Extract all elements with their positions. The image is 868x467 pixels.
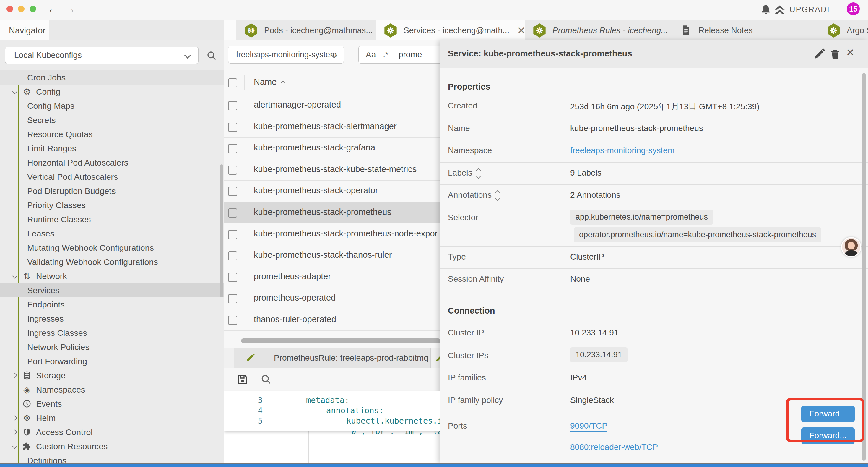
sidebar-item-services[interactable]: Services [0,283,224,297]
row-checkbox[interactable] [228,187,237,196]
navigator-panel-tab[interactable]: Navigator [0,20,49,40]
table-row-prometheus-adapter[interactable]: prometheus-adapter [224,266,440,288]
row-checkbox[interactable] [228,166,237,175]
chevron-right-icon[interactable] [12,415,18,420]
row-checkbox[interactable] [228,294,237,303]
column-header-name[interactable]: Name [254,77,285,87]
close-traffic-light[interactable] [6,6,13,12]
minimize-traffic-light[interactable] [18,6,25,12]
row-checkbox[interactable] [228,123,237,132]
sidebar-item-namespaces[interactable]: ◈Namespaces [0,382,224,397]
sidebar-item-ingress-classes[interactable]: Ingress Classes [0,326,224,340]
chevron-right-icon[interactable] [12,430,18,435]
select-all-checkbox[interactable] [228,78,237,87]
table-row-kube-prometheus-stack-thanos-ruler[interactable]: kube-prometheus-stack-thanos-ruler [224,245,440,266]
back-arrow-icon[interactable]: ← [47,3,59,16]
table-row-kube-prometheus-stack-prometheus-node-expor[interactable]: kube-prometheus-stack-prometheus-node-ex… [224,224,440,245]
port-link-9090[interactable]: 9090/TCP [570,421,608,432]
sidebar-item-secrets[interactable]: Secrets [0,113,224,127]
chevron-down-icon[interactable] [12,89,18,94]
sidebar-item-horizontal-pod-autoscalers[interactable]: Horizontal Pod Autoscalers [0,155,224,170]
sidebar-item-resource-quotas[interactable]: Resource Quotas [0,127,224,141]
sidebar-item-limit-ranges[interactable]: Limit Ranges [0,141,224,155]
layers-icon: ◈ [22,384,32,395]
editor-search-icon[interactable] [260,374,272,385]
chevron-down-icon[interactable] [12,274,18,279]
yaml-editor[interactable]: 0","for": "1m", "labels":{ "service": 12… [224,391,440,464]
list-search-input[interactable]: Aa .* prome [359,46,440,63]
sidebar-item-pod-disruption-budgets[interactable]: Pod Disruption Budgets [0,184,224,198]
sidebar-item-storage[interactable]: Storage [0,368,224,382]
sidebar-item-mutating-webhook-configurations[interactable]: Mutating Webhook Configurations [0,241,224,255]
expand-collapse-icon[interactable] [476,169,480,178]
sidebar-scrollbar[interactable] [220,164,223,297]
forward-arrow-icon[interactable]: → [64,3,75,16]
row-checkbox[interactable] [228,208,237,217]
tab-prometheus-rules[interactable]: ☸ Prometheus Rules - icecheng... [525,20,671,40]
table-row-kube-prometheus-stack-alertmanager[interactable]: kube-prometheus-stack-alertmanager [224,116,440,138]
sidebar-item-helm[interactable]: ☸Helm [0,411,224,425]
row-checkbox[interactable] [228,273,237,282]
expand-collapse-icon[interactable] [496,191,500,200]
chevron-right-icon[interactable] [12,373,18,378]
table-row-kube-prometheus-stack-kube-state-metrics[interactable]: kube-prometheus-stack-kube-state-metrics [224,159,440,181]
match-case-toggle[interactable]: Aa [366,50,376,59]
maximize-traffic-light[interactable] [30,6,36,12]
sidebar-item-runtime-classes[interactable]: Runtime Classes [0,212,224,226]
labels-label[interactable]: Labels [448,168,480,178]
upgrade-icon[interactable] [774,5,785,16]
sidebar-item-validating-webhook-configurations[interactable]: Validating Webhook Configurations [0,255,224,269]
horizontal-scrollbar[interactable] [241,339,440,343]
save-icon[interactable] [237,374,248,385]
chevron-down-icon[interactable] [12,444,18,449]
sidebar-item-events[interactable]: Events [0,397,224,411]
tab-services[interactable]: ☸ Services - icecheng@math... ✕ [376,20,525,40]
table-row-kube-prometheus-stack-prometheus[interactable]: kube-prometheus-stack-prometheus [224,202,440,224]
kubeconfig-select[interactable]: Local Kubeconfigs [5,47,198,64]
regex-toggle[interactable]: .* [383,50,389,59]
dock-tab-prometheusrule[interactable]: PrometheusRule: freeleaps-prod-rabbitmq [234,348,431,368]
table-row-prometheus-operated[interactable]: prometheus-operated [224,288,440,309]
sidebar-item-priority-classes[interactable]: Priority Classes [0,198,224,212]
drawer-close-icon[interactable]: × [846,46,854,59]
table-row-thanos-ruler-operated[interactable]: thanos-ruler-operated [224,309,440,331]
sidebar-item-endpoints[interactable]: Endpoints [0,297,224,312]
notifications-bell-icon[interactable] [760,4,772,16]
row-checkbox[interactable] [228,101,237,110]
tab-pods[interactable]: ☸ Pods - icecheng@mathmas... [236,20,376,40]
port-link-8080[interactable]: 8080:reloader-web/TCP [570,442,658,453]
sidebar-item-config[interactable]: ⚙Config [0,85,224,99]
namespace-select[interactable]: freeleaps-monitoring-system [228,46,344,63]
sidebar-search-icon[interactable] [206,50,217,61]
table-row-kube-prometheus-stack-operator[interactable]: kube-prometheus-stack-operator [224,180,440,202]
row-checkbox[interactable] [228,144,237,153]
sidebar-item-leases[interactable]: Leases [0,226,224,241]
sidebar-item-custom-resources[interactable]: Custom Resources [0,439,224,454]
user-avatar[interactable] [841,237,861,257]
table-row-alertmanager-operated[interactable]: alertmanager-operated [224,95,440,116]
notification-count-badge[interactable]: 15 [847,2,860,16]
namespace-link[interactable]: freeleaps-monitoring-system [570,146,675,156]
sidebar-item-config-maps[interactable]: Config Maps [0,99,224,113]
row-checkbox[interactable] [228,230,237,239]
labels-count: 9 Labels [570,168,601,178]
tab-release-notes[interactable]: Release Notes [671,20,819,40]
tab-argo[interactable]: ☸ Argo Se [819,20,868,40]
upgrade-button[interactable]: UPGRADE [789,5,833,14]
sidebar-item-ingresses[interactable]: Ingresses [0,312,224,326]
delete-trash-icon[interactable] [829,48,841,60]
tab-close-icon[interactable]: ✕ [517,25,525,35]
row-checkbox[interactable] [228,251,237,260]
sidebar-item-port-forwarding[interactable]: Port Forwarding [0,354,224,368]
sidebar-item-access-control[interactable]: Access Control [0,425,224,439]
row-checkbox[interactable] [228,316,237,325]
sidebar-item-network-policies[interactable]: Network Policies [0,340,224,354]
table-row-kube-prometheus-stack-grafana[interactable]: kube-prometheus-stack-grafana [224,138,440,159]
edit-pencil-icon[interactable] [813,48,825,60]
sidebar-item-definitions[interactable]: Definitions [0,454,224,464]
sidebar-item-vertical-pod-autoscalers[interactable]: Vertical Pod Autoscalers [0,170,224,184]
sidebar-item-network[interactable]: ⇅Network [0,269,224,283]
annotations-label[interactable]: Annotations [448,191,500,200]
dock-tab-partial[interactable] [433,348,440,368]
sidebar-item-cron-jobs[interactable]: Cron Jobs [0,70,224,85]
